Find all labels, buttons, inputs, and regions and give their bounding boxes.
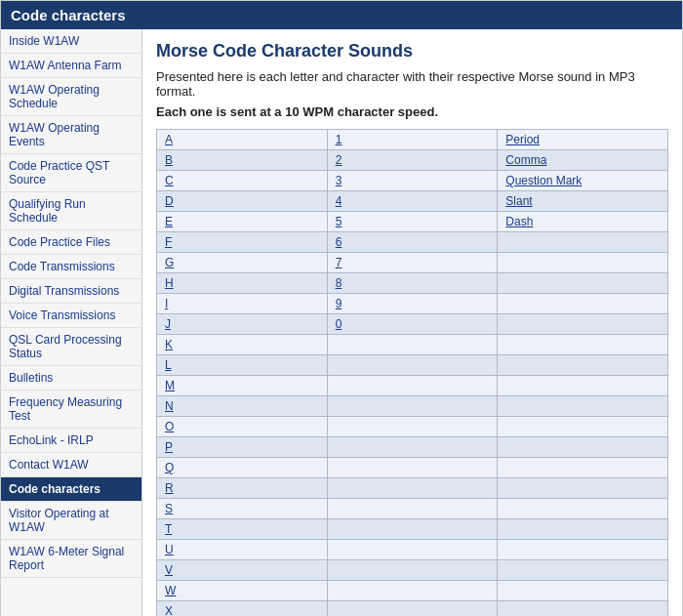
sidebar: Inside W1AWW1AW Antenna FarmW1AW Operati… xyxy=(1,29,142,616)
table-row: Q xyxy=(157,458,668,478)
sidebar-item[interactable]: Qualifying Run Schedule xyxy=(1,192,141,230)
sidebar-item[interactable]: Digital Transmissions xyxy=(1,279,141,304)
table-row: T xyxy=(157,519,668,540)
page-header: Code characters xyxy=(1,1,682,29)
sidebar-item[interactable]: Frequency Measuring Test xyxy=(1,390,141,429)
table-row: H8 xyxy=(157,273,668,294)
sidebar-item[interactable]: Code characters xyxy=(1,477,141,502)
sidebar-item[interactable]: W1AW Operating Schedule xyxy=(1,78,141,116)
sidebar-item[interactable]: Voice Transmissions xyxy=(1,304,141,328)
main-layout: Inside W1AWW1AW Antenna FarmW1AW Operati… xyxy=(1,29,682,616)
table-row: J0 xyxy=(157,314,668,335)
table-row: A1Period xyxy=(157,130,668,150)
table-row: D4Slant xyxy=(157,191,668,212)
sidebar-item[interactable]: W1AW 6-Meter Signal Report xyxy=(1,540,141,578)
content-description: Presented here is each letter and charac… xyxy=(156,69,668,99)
table-row: L xyxy=(157,355,668,376)
sidebar-item[interactable]: W1AW Antenna Farm xyxy=(1,54,141,78)
table-row: W xyxy=(157,581,668,601)
sidebar-item[interactable]: W1AW Operating Events xyxy=(1,116,141,154)
table-row: P xyxy=(157,437,668,458)
table-row: C3Question Mark xyxy=(157,171,668,191)
table-row: F6 xyxy=(157,232,668,253)
table-row: I9 xyxy=(157,294,668,314)
content-note: Each one is sent at a 10 WPM character s… xyxy=(156,104,668,119)
morse-table: A1PeriodB2CommaC3Question MarkD4SlantE5D… xyxy=(156,129,668,616)
table-row: V xyxy=(157,560,668,581)
content-title: Morse Code Character Sounds xyxy=(156,41,668,62)
sidebar-item[interactable]: Contact W1AW xyxy=(1,453,141,477)
outer-wrapper: Code characters Inside W1AWW1AW Antenna … xyxy=(0,0,683,616)
table-row: K xyxy=(157,335,668,355)
sidebar-item[interactable]: Visitor Operating at W1AW xyxy=(1,502,141,540)
table-row: O xyxy=(157,417,668,437)
table-row: S xyxy=(157,499,668,519)
table-row: R xyxy=(157,478,668,499)
table-row: X xyxy=(157,601,668,617)
table-row: B2Comma xyxy=(157,150,668,171)
sidebar-item[interactable]: QSL Card Processing Status xyxy=(1,328,141,366)
sidebar-item[interactable]: Code Practice QST Source xyxy=(1,154,141,192)
sidebar-item[interactable]: Bulletins xyxy=(1,366,141,390)
table-row: N xyxy=(157,396,668,417)
table-row: E5Dash xyxy=(157,212,668,232)
table-row: U xyxy=(157,540,668,560)
content-area: Morse Code Character Sounds Presented he… xyxy=(142,29,682,616)
table-row: G7 xyxy=(157,253,668,273)
sidebar-item[interactable]: Code Practice Files xyxy=(1,230,141,255)
sidebar-item[interactable]: EchoLink - IRLP xyxy=(1,429,141,453)
sidebar-item[interactable]: Code Transmissions xyxy=(1,255,141,279)
table-row: M xyxy=(157,376,668,396)
sidebar-item[interactable]: Inside W1AW xyxy=(1,29,141,54)
header-title: Code characters xyxy=(11,7,126,23)
